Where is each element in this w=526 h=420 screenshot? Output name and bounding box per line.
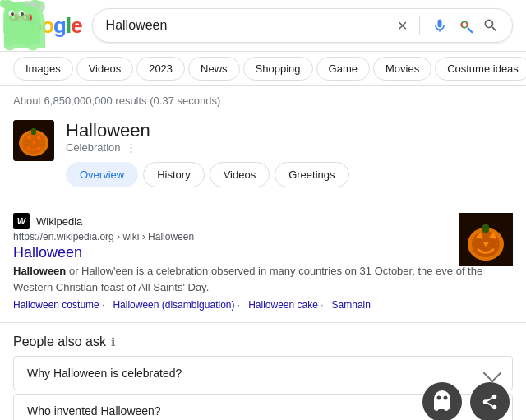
kp-tab-overview[interactable]: Overview: [66, 162, 138, 187]
filter-tabs: Images Videos 2023 News Shopping Game Mo…: [0, 52, 526, 86]
search-input[interactable]: [106, 18, 390, 33]
google-logo: Google: [13, 13, 82, 39]
svg-line-2: [468, 29, 473, 33]
search-button[interactable]: [482, 17, 499, 34]
ghost-fab[interactable]: [422, 382, 462, 420]
chevron-down-icon: [483, 364, 502, 383]
svg-point-64: [492, 395, 497, 399]
wikipedia-icon: W: [13, 213, 30, 229]
clear-button[interactable]: ✕: [397, 18, 408, 34]
kp-tab-greetings[interactable]: Greetings: [275, 162, 348, 187]
result-thumbnail: [459, 213, 513, 266]
kp-title: Halloween: [66, 120, 513, 141]
kp-tabs: Overview History Videos Greetings: [66, 162, 513, 187]
wikipedia-result: W Wikipedia https://en.wikipedia.org › w…: [0, 206, 526, 317]
result-link-disambiguation[interactable]: Halloween (disambiguation): [113, 299, 240, 311]
svg-rect-9: [31, 128, 36, 135]
svg-line-67: [487, 403, 492, 406]
svg-line-68: [487, 398, 492, 401]
lens-button[interactable]: [456, 16, 474, 35]
tab-costume-ideas[interactable]: Costume ideas: [435, 57, 526, 81]
svg-point-63: [444, 396, 448, 400]
tab-2023[interactable]: 2023: [136, 57, 185, 81]
result-link-costume[interactable]: Halloween costume: [13, 299, 104, 311]
svg-point-65: [483, 399, 488, 404]
tab-images[interactable]: Images: [13, 57, 73, 81]
tab-videos[interactable]: Videos: [76, 57, 134, 81]
svg-rect-16: [482, 224, 489, 233]
svg-point-62: [437, 396, 441, 400]
fab-container: [422, 382, 510, 420]
result-links: Halloween costume Halloween (disambiguat…: [13, 299, 513, 311]
result-snippet: Halloween or Hallow'een is a celebration…: [13, 263, 513, 295]
result-site-name: Wikipedia: [36, 215, 82, 228]
paa-info-icon[interactable]: ℹ: [111, 335, 115, 348]
kp-tab-videos[interactable]: Videos: [210, 162, 270, 187]
svg-point-66: [492, 405, 497, 410]
knowledge-panel: Halloween Celebration ⋮ Overview History…: [0, 112, 526, 196]
result-title[interactable]: Halloween: [13, 244, 513, 261]
tab-shopping[interactable]: Shopping: [243, 57, 313, 81]
more-options-icon[interactable]: ⋮: [126, 141, 136, 154]
divider: [0, 201, 526, 201]
kp-tab-history[interactable]: History: [143, 162, 204, 187]
svg-rect-61: [434, 399, 450, 409]
result-link-samhain[interactable]: Samhain: [332, 299, 371, 311]
paa-title: People also ask ℹ: [13, 335, 513, 349]
kp-subtitle: Celebration ⋮: [66, 141, 513, 154]
result-source: W Wikipedia: [13, 213, 513, 229]
divider-2: [0, 322, 526, 323]
result-link-cake[interactable]: Halloween cake: [248, 299, 323, 311]
tab-game[interactable]: Game: [316, 57, 370, 81]
search-bar: ✕: [92, 8, 513, 43]
tab-movies[interactable]: Movies: [373, 57, 431, 81]
share-fab[interactable]: [470, 382, 510, 420]
result-url: https://en.wikipedia.org › wiki › Hallow…: [13, 231, 513, 242]
kp-info: Halloween Celebration ⋮ Overview History…: [66, 120, 513, 187]
kp-thumbnail: [13, 120, 54, 161]
header: Google ✕: [0, 0, 526, 52]
tab-news[interactable]: News: [188, 57, 240, 81]
results-info: About 6,850,000,000 results (0.37 second…: [0, 86, 526, 112]
mic-button[interactable]: [431, 17, 448, 34]
search-icons: ✕: [397, 16, 499, 35]
